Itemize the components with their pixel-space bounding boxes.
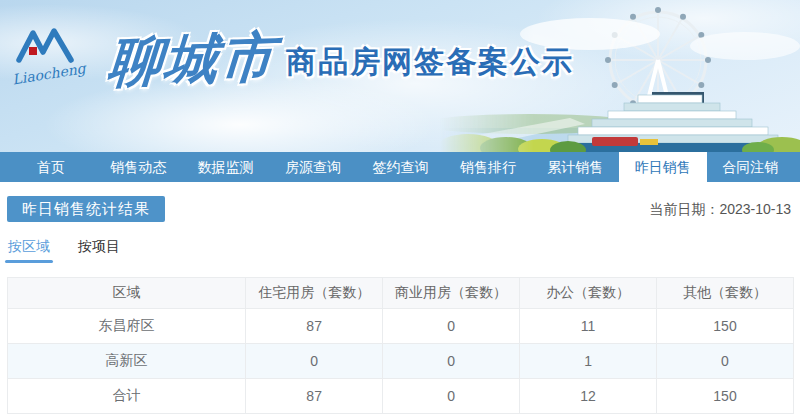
column-header: 住宅用房（套数）	[246, 278, 383, 309]
value-cell: 1	[520, 344, 657, 379]
nav-item-link[interactable]: 累计销售	[532, 152, 619, 182]
table-row: 东昌府区87011150	[8, 309, 794, 344]
nav-item-active[interactable]: 昨日销售	[619, 152, 706, 182]
table-header-row: 区域住宅用房（套数）商业用房（套数）办公（套数）其他（套数）	[8, 278, 794, 309]
current-date-label: 当前日期：2023-10-13	[649, 201, 791, 219]
nav-item-link[interactable]: 销售排行	[444, 152, 531, 182]
region-cell: 东昌府区	[8, 309, 246, 344]
main-nav: 首页销售动态数据监测房源查询签约查询销售排行累计销售昨日销售合同注销	[0, 152, 800, 182]
brand-calligraphy: 聊城市	[106, 25, 278, 93]
tab-active[interactable]: 按区域	[7, 232, 51, 263]
table-row: 合计87012150	[8, 379, 794, 414]
value-cell: 12	[520, 379, 657, 414]
value-cell: 0	[246, 344, 383, 379]
section-title-badge: 昨日销售统计结果	[7, 196, 165, 222]
main-nav-inner: 首页销售动态数据监测房源查询签约查询销售排行累计销售昨日销售合同注销	[7, 152, 794, 182]
nav-item-link[interactable]: 房源查询	[269, 152, 356, 182]
site-logo: Liaocheng	[16, 26, 108, 80]
region-cell: 高新区	[8, 344, 246, 379]
value-cell: 11	[520, 309, 657, 344]
value-cell: 87	[246, 309, 383, 344]
value-cell: 150	[657, 379, 794, 414]
nav-item-link[interactable]: 签约查询	[357, 152, 444, 182]
region-cell: 合计	[8, 379, 246, 414]
nav-item-link[interactable]: 首页	[7, 152, 94, 182]
site-title: 商品房网签备案公示	[286, 42, 574, 83]
value-cell: 0	[383, 309, 520, 344]
site-brand: Liaocheng 聊城市 商品房网签备案公示	[16, 26, 574, 90]
sales-table: 区域住宅用房（套数）商业用房（套数）办公（套数）其他（套数） 东昌府区87011…	[7, 277, 794, 414]
tab-inactive[interactable]: 按项目	[77, 232, 121, 263]
value-cell: 0	[657, 344, 794, 379]
value-cell: 87	[246, 379, 383, 414]
value-cell: 0	[383, 344, 520, 379]
value-cell: 150	[657, 309, 794, 344]
value-cell: 0	[383, 379, 520, 414]
nav-item-link[interactable]: 数据监测	[182, 152, 269, 182]
content: 昨日销售统计结果 当前日期：2023-10-13 按区域按项目 区域住宅用房（套…	[0, 196, 800, 414]
header-banner: Liaocheng 聊城市 商品房网签备案公示	[0, 0, 800, 152]
table-body: 东昌府区87011150高新区0010合计87012150	[8, 309, 794, 414]
section-head: 昨日销售统计结果 当前日期：2023-10-13	[7, 196, 793, 222]
cloud-graphic	[690, 32, 800, 60]
mountain-m-icon	[16, 26, 74, 64]
table-row: 高新区0010	[8, 344, 794, 379]
page: Liaocheng 聊城市 商品房网签备案公示 首页销售动态数据监测房源查询签约…	[0, 0, 800, 420]
column-header: 区域	[8, 278, 246, 309]
nav-item-link[interactable]: 合同注销	[707, 152, 794, 182]
column-header: 其他（套数）	[657, 278, 794, 309]
column-header: 商业用房（套数）	[383, 278, 520, 309]
nav-item-link[interactable]: 销售动态	[94, 152, 181, 182]
view-tabs: 按区域按项目	[7, 232, 793, 263]
column-header: 办公（套数）	[520, 278, 657, 309]
